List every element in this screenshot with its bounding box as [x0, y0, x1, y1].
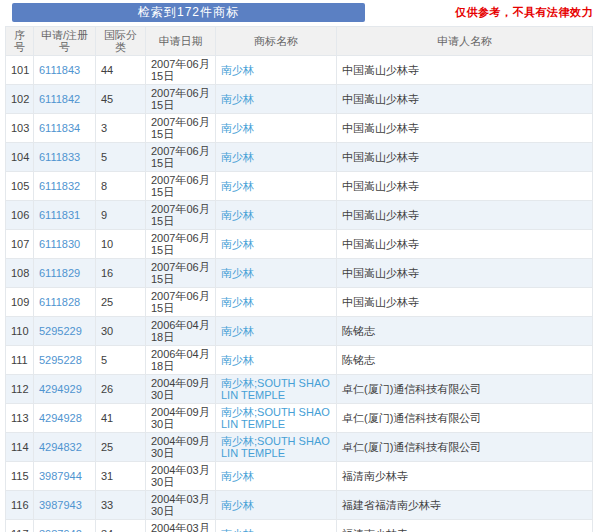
trademark-name-link[interactable]: 南少林;SOUTH SHAOLIN TEMPLE — [221, 435, 330, 459]
applicant-name-cell: 福建省福清南少林寺 — [337, 491, 593, 520]
table-row: 1086111829162007年06月15日南少林中国嵩山少林寺 — [6, 259, 593, 288]
intl-class-cell: 5 — [96, 143, 146, 172]
application-date-cell: 2006年04月18日 — [146, 346, 216, 375]
application-date-cell: 2007年06月15日 — [146, 143, 216, 172]
intl-class-cell: 25 — [96, 433, 146, 462]
registration-number-link[interactable]: 6111843 — [39, 64, 80, 76]
trademark-name-link[interactable]: 南少林 — [221, 122, 254, 134]
application-date-cell: 2004年09月30日 — [146, 375, 216, 404]
application-date-cell: 2007年06月15日 — [146, 172, 216, 201]
column-header-registration-number: 申请/注册号 — [34, 27, 96, 56]
applicant-name-cell: 福清南少林寺 — [337, 520, 593, 532]
header-row: 序号 申请/注册号 国际分类 申请日期 商标名称 申请人名称 — [6, 27, 593, 56]
trademark-name-link[interactable]: 南少林 — [221, 470, 254, 482]
table-row: 1124294929262004年09月30日南少林;SOUTH SHAOLIN… — [6, 375, 593, 404]
serial-cell: 112 — [6, 375, 34, 404]
table-row: 1153987944312004年03月30日南少林福清南少林寺 — [6, 462, 593, 491]
trademark-name-link[interactable]: 南少林 — [221, 354, 254, 366]
serial-cell: 109 — [6, 288, 34, 317]
applicant-name-cell: 卓仁(厦门)通信科技有限公司 — [337, 375, 593, 404]
registration-number-link[interactable]: 3987944 — [39, 470, 82, 482]
trademark-name-link[interactable]: 南少林 — [221, 64, 254, 76]
trademark-name-link[interactable]: 南少林 — [221, 325, 254, 337]
application-date-cell: 2004年09月30日 — [146, 404, 216, 433]
application-date-cell: 2007年06月15日 — [146, 56, 216, 85]
column-header-applicant-name: 申请人名称 — [337, 27, 593, 56]
registration-number-link[interactable]: 5295229 — [39, 325, 82, 337]
table-row: 106611183192007年06月15日南少林中国嵩山少林寺 — [6, 201, 593, 230]
intl-class-cell: 9 — [96, 201, 146, 230]
intl-class-cell: 26 — [96, 375, 146, 404]
application-date-cell: 2006年04月18日 — [146, 317, 216, 346]
intl-class-cell: 33 — [96, 491, 146, 520]
table-row: 1026111842452007年06月15日南少林中国嵩山少林寺 — [6, 85, 593, 114]
applicant-name-cell: 中国嵩山少林寺 — [337, 143, 593, 172]
registration-number-link[interactable]: 6111829 — [39, 267, 80, 279]
registration-number-link[interactable]: 6111832 — [39, 180, 80, 192]
intl-class-cell: 8 — [96, 172, 146, 201]
registration-number-link[interactable]: 6111830 — [39, 238, 80, 250]
intl-class-cell: 31 — [96, 462, 146, 491]
mark-name-cell: 南少林 — [216, 462, 337, 491]
applicant-name-cell: 中国嵩山少林寺 — [337, 230, 593, 259]
applicant-name-cell: 中国嵩山少林寺 — [337, 288, 593, 317]
registration-number-link[interactable]: 6111831 — [39, 209, 80, 221]
application-date-cell: 2007年06月15日 — [146, 259, 216, 288]
table-row: 1173987942342004年03月30日南少林福清南少林寺 — [6, 520, 593, 532]
trademark-name-link[interactable]: 南少林 — [221, 528, 254, 532]
applicant-name-cell: 福清南少林寺 — [337, 462, 593, 491]
registration-number-cell: 6111843 — [34, 56, 96, 85]
registration-number-link[interactable]: 4294929 — [39, 383, 82, 395]
registration-number-cell: 3987944 — [34, 462, 96, 491]
serial-cell: 101 — [6, 56, 34, 85]
registration-number-cell: 6111829 — [34, 259, 96, 288]
mark-name-cell: 南少林 — [216, 56, 337, 85]
mark-name-cell: 南少林 — [216, 259, 337, 288]
serial-cell: 105 — [6, 172, 34, 201]
intl-class-cell: 41 — [96, 404, 146, 433]
table-row: 111529522852006年04月18日南少林陈铭志 — [6, 346, 593, 375]
registration-number-link[interactable]: 3987942 — [39, 528, 82, 532]
trademark-name-link[interactable]: 南少林 — [221, 296, 254, 308]
trademark-name-link[interactable]: 南少林 — [221, 499, 254, 511]
intl-class-cell: 30 — [96, 317, 146, 346]
application-date-cell: 2007年06月15日 — [146, 288, 216, 317]
mark-name-cell: 南少林 — [216, 114, 337, 143]
application-date-cell: 2004年09月30日 — [146, 433, 216, 462]
registration-number-cell: 4294929 — [34, 375, 96, 404]
trademark-name-link[interactable]: 南少林 — [221, 180, 254, 192]
registration-number-link[interactable]: 3987943 — [39, 499, 82, 511]
trademark-name-link[interactable]: 南少林 — [221, 93, 254, 105]
registration-number-link[interactable]: 5295228 — [39, 354, 82, 366]
table-row: 1163987943332004年03月30日南少林福建省福清南少林寺 — [6, 491, 593, 520]
registration-number-link[interactable]: 6111833 — [39, 151, 80, 163]
serial-cell: 108 — [6, 259, 34, 288]
trademark-name-link[interactable]: 南少林;SOUTH SHAOLIN TEMPLE — [221, 406, 330, 430]
trademark-search-results-page: 检索到172件商标 仅供参考，不具有法律效力 序号 申请/注册号 国际分类 申请… — [0, 0, 600, 532]
registration-number-link[interactable]: 4294928 — [39, 412, 82, 424]
registration-number-link[interactable]: 6111842 — [39, 93, 80, 105]
registration-number-cell: 5295229 — [34, 317, 96, 346]
table-row: 103611183432007年06月15日南少林中国嵩山少林寺 — [6, 114, 593, 143]
column-header-intl-class: 国际分类 — [96, 27, 146, 56]
column-header-mark-name: 商标名称 — [216, 27, 337, 56]
mark-name-cell: 南少林;SOUTH SHAOLIN TEMPLE — [216, 433, 337, 462]
serial-cell: 114 — [6, 433, 34, 462]
trademark-name-link[interactable]: 南少林 — [221, 267, 254, 279]
intl-class-cell: 45 — [96, 85, 146, 114]
registration-number-link[interactable]: 6111834 — [39, 122, 80, 134]
registration-number-link[interactable]: 6111828 — [39, 296, 80, 308]
registration-number-cell: 4294928 — [34, 404, 96, 433]
applicant-name-cell: 陈铭志 — [337, 346, 593, 375]
registration-number-cell: 6111834 — [34, 114, 96, 143]
trademark-name-link[interactable]: 南少林 — [221, 209, 254, 221]
registration-number-link[interactable]: 4294832 — [39, 441, 82, 453]
trademark-name-link[interactable]: 南少林;SOUTH SHAOLIN TEMPLE — [221, 377, 330, 401]
mark-name-cell: 南少林 — [216, 143, 337, 172]
trademark-name-link[interactable]: 南少林 — [221, 238, 254, 250]
serial-cell: 116 — [6, 491, 34, 520]
applicant-name-cell: 卓仁(厦门)通信科技有限公司 — [337, 404, 593, 433]
trademark-name-link[interactable]: 南少林 — [221, 151, 254, 163]
serial-cell: 103 — [6, 114, 34, 143]
serial-cell: 117 — [6, 520, 34, 532]
